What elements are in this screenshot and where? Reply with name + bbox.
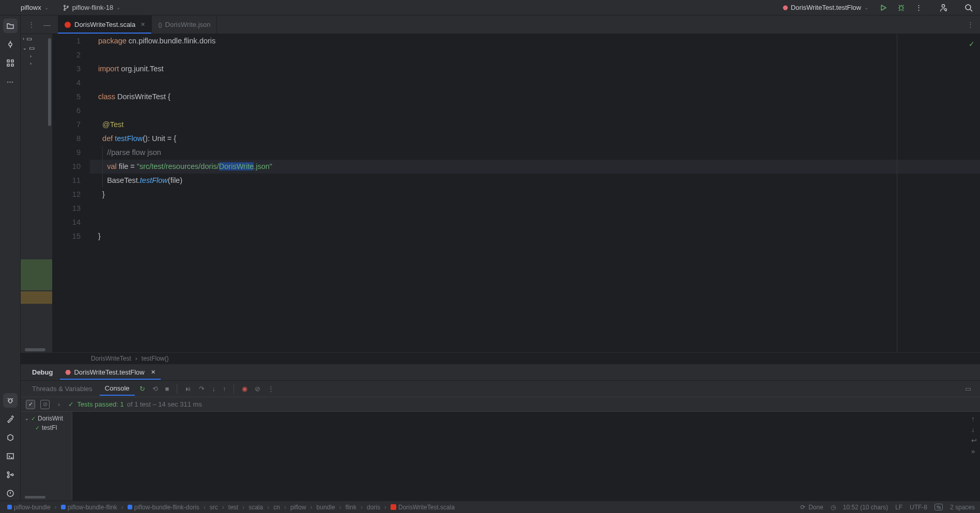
code-editor[interactable]: 1 2 3 4 5 6 7 8 9 10 11 12 13 14 15 (53, 34, 980, 352)
tab-label: DorisWrite.json (165, 21, 211, 28)
vcs-indicator-added (21, 259, 52, 290)
tab-doriswrite-json[interactable]: {} DorisWrite.json (152, 15, 217, 34)
run-button[interactable] (877, 1, 890, 14)
clock-widget[interactable]: ◷ (831, 504, 836, 511)
code-with-me-icon[interactable] (936, 0, 951, 15)
svg-point-5 (945, 8, 947, 10)
nav-crumb-8[interactable]: bundle (315, 503, 337, 512)
nav-crumb-4[interactable]: test (226, 503, 240, 512)
structure-tool-button[interactable] (3, 56, 18, 70)
view-breakpoints-button[interactable]: ◉ (239, 382, 250, 395)
more-menu[interactable]: ⋮ (912, 1, 925, 14)
nav-crumb-6[interactable]: cn (271, 503, 282, 512)
debug-tool-button[interactable] (3, 393, 18, 408)
svg-point-3 (899, 6, 903, 10)
test-tree[interactable]: ⌄✓DorisWrit ✓testFl (21, 412, 72, 501)
bug-icon (897, 4, 905, 11)
svg-point-14 (7, 472, 9, 474)
rerun-failed-button[interactable]: ⟲ (150, 382, 161, 395)
soft-wrap-icon[interactable]: ↩ (971, 437, 977, 444)
debug-button[interactable] (894, 1, 908, 14)
caret-position[interactable]: 10:52 (10 chars) (843, 504, 888, 511)
branch-selector[interactable]: piflow-flink-18 ⌄ (59, 2, 125, 13)
nav-crumb-2[interactable]: piflow-bundle-flink-doris (126, 503, 201, 512)
expand-icon[interactable]: › (55, 400, 63, 408)
step-into-button[interactable]: ↓ (209, 382, 218, 395)
tab-indicator[interactable]: ↹ (935, 504, 943, 510)
project-tree-collapsed[interactable]: ›▭ ⌄▭ › › (21, 34, 53, 352)
more-tool-button[interactable]: ⋯ (3, 74, 18, 89)
search-icon (965, 4, 973, 12)
show-passed-toggle[interactable]: ✓ (26, 400, 35, 409)
folder-icon: ▭ (29, 44, 35, 52)
test-tree-root[interactable]: DorisWrit (38, 415, 63, 422)
project-name: piflowx (21, 4, 41, 11)
indent-widget[interactable]: 2 spaces (950, 504, 975, 511)
project-selector[interactable]: piflowx ⌄ (17, 2, 53, 13)
search-everywhere-button[interactable] (961, 1, 976, 15)
close-tab-icon[interactable]: ✕ (141, 21, 145, 28)
terminal-tool-button[interactable] (3, 449, 18, 463)
scroll-down-icon[interactable]: ↓ (971, 426, 977, 433)
nav-crumb-11[interactable]: DorisWriteTest.scala (388, 503, 457, 512)
test-output[interactable]: ↑ ↓ ↩ » (72, 412, 980, 501)
rerun-button[interactable]: ↻ (137, 382, 148, 395)
editor-breadcrumb: DorisWriteTest › testFlow() (21, 352, 980, 364)
svg-rect-11 (11, 64, 13, 66)
build-tool-button[interactable] (3, 412, 18, 426)
console-tab[interactable]: Console (100, 382, 135, 396)
tab-overflow-icon[interactable]: ⋮ (967, 21, 980, 28)
inspection-ok-icon[interactable]: ✓ (969, 37, 975, 51)
test-tree-child[interactable]: testFl (42, 424, 57, 431)
bug-icon (6, 396, 14, 405)
commit-tool-button[interactable] (3, 37, 18, 52)
nav-crumb-5[interactable]: scala (246, 503, 265, 512)
git-tool-button[interactable] (3, 468, 18, 482)
svg-rect-10 (7, 64, 9, 66)
project-tool-button[interactable] (3, 19, 18, 33)
nav-crumb-1[interactable]: piflow-bundle-flink (59, 503, 119, 512)
git-branch-icon (63, 5, 69, 11)
tab-options-icon[interactable]: ⋮ (26, 19, 37, 31)
services-tool-button[interactable] (3, 430, 18, 445)
svg-rect-9 (11, 60, 13, 62)
test-tree-scrollbar[interactable] (25, 496, 45, 499)
svg-rect-13 (7, 454, 13, 459)
nav-crumb-9[interactable]: flink (344, 503, 359, 512)
close-icon[interactable]: ✕ (151, 369, 155, 376)
tests-of-label: of 1 test – 14 sec 311 ms (127, 400, 202, 408)
git-icon (6, 471, 14, 479)
run-config-selector[interactable]: ⬣ DorisWriteTest.testFlow ⌄ (779, 2, 873, 13)
file-encoding[interactable]: UTF-8 (910, 504, 927, 511)
problems-tool-button[interactable] (3, 486, 18, 501)
scroll-end-icon[interactable]: » (971, 447, 977, 455)
tree-h-scrollbar[interactable] (25, 348, 45, 351)
breadcrumb-method[interactable]: testFlow() (142, 355, 169, 362)
layout-settings-icon[interactable]: ▭ (962, 382, 974, 395)
mute-breakpoints-button[interactable]: ⊘ (252, 382, 263, 395)
more-debug-icon[interactable]: ⋮ (265, 382, 277, 395)
nav-crumb-7[interactable]: piflow (288, 503, 308, 512)
nav-crumb-3[interactable]: src (208, 503, 220, 512)
breadcrumb-class[interactable]: DorisWriteTest (91, 355, 131, 362)
threads-tab[interactable]: Threads & Variables (27, 382, 98, 395)
scroll-up-icon[interactable]: ↑ (971, 415, 977, 423)
resume-button[interactable]: ⏯ (182, 382, 194, 395)
step-over-button[interactable]: ↷ (196, 382, 207, 395)
debug-config-label: DorisWriteTest.testFlow (74, 368, 144, 376)
debug-config-tab[interactable]: ⬣ DorisWriteTest.testFlow ✕ (60, 365, 160, 379)
show-ignored-toggle[interactable]: ⊘ (40, 400, 50, 409)
test-status-bar: ✓ ⊘ › ✓ Tests passed: 1 of 1 test – 14 s… (21, 397, 980, 412)
tab-doriswritetest-scala[interactable]: DorisWriteTest.scala ✕ (58, 15, 152, 34)
collapse-icon[interactable]: — (41, 19, 53, 31)
background-tasks[interactable]: ⟳Done (800, 504, 823, 511)
line-separator[interactable]: LF (895, 504, 903, 511)
tree-scrollbar[interactable] (48, 38, 51, 126)
warning-icon (6, 489, 14, 498)
run-config-name: DorisWriteTest.testFlow (791, 4, 861, 11)
nav-crumb-0[interactable]: piflow-bundle (5, 503, 53, 512)
step-out-button[interactable]: ↑ (220, 382, 229, 395)
nav-crumb-10[interactable]: doris (365, 503, 382, 512)
stop-button[interactable]: ■ (163, 382, 172, 395)
svg-point-15 (7, 476, 9, 478)
